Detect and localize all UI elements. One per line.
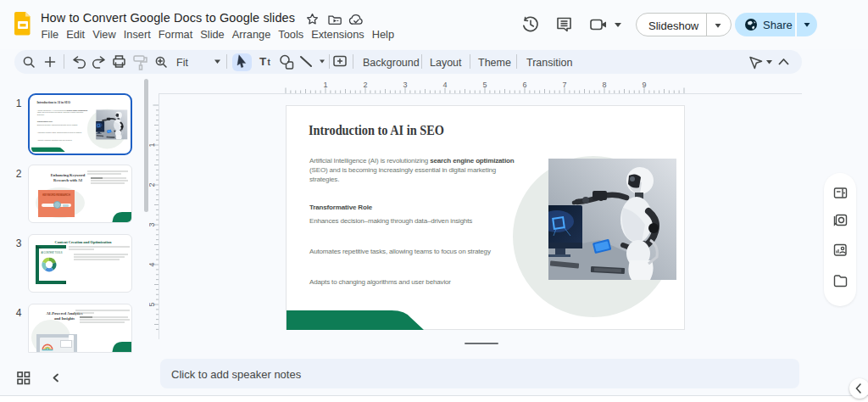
svg-text:1: 1: [149, 142, 156, 147]
svg-text:5: 5: [482, 81, 487, 89]
svg-text:8: 8: [602, 81, 606, 89]
svg-text:4: 4: [442, 81, 447, 89]
svg-text:1: 1: [323, 81, 327, 89]
svg-text:2: 2: [149, 182, 156, 187]
svg-text:2: 2: [363, 81, 367, 89]
svg-text:7: 7: [562, 81, 566, 89]
svg-text:6: 6: [522, 81, 526, 89]
svg-text:t: t: [268, 58, 271, 67]
svg-text:4: 4: [149, 262, 156, 266]
svg-text:3: 3: [149, 222, 156, 226]
svg-text:9: 9: [642, 81, 646, 89]
svg-text:3: 3: [403, 81, 407, 89]
svg-text:T: T: [259, 55, 267, 68]
svg-text:5: 5: [149, 302, 156, 306]
